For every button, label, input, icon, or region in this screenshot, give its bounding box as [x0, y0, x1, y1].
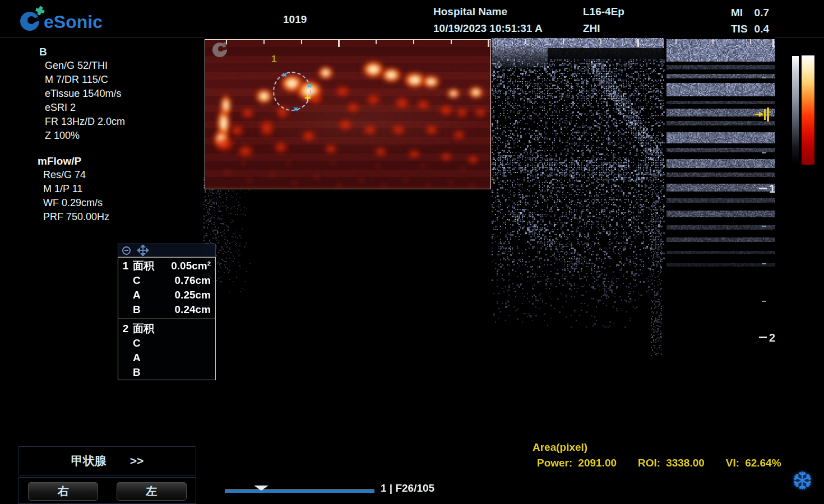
param-line: eSRI 2	[39, 101, 125, 115]
ruler-tick	[563, 39, 564, 44]
row-value: 0.24cm	[164, 302, 215, 317]
hospital-name: Hospital Name	[433, 3, 543, 20]
row-value	[164, 321, 215, 336]
image-id: 1019	[283, 13, 307, 26]
doppler-blob	[452, 129, 466, 141]
ruler-tick	[226, 39, 227, 44]
doppler-blob	[239, 160, 248, 166]
doppler-blob	[284, 160, 293, 166]
measure-cursor-icon[interactable]: ×	[283, 71, 287, 79]
param-line: eTissue 1540m/s	[39, 87, 125, 101]
preset-name: ZHI	[583, 20, 624, 37]
exam-more-chevrons: >>	[130, 454, 144, 468]
param-line: WF 0.29cm/s	[38, 196, 109, 210]
doppler-blob	[365, 93, 382, 106]
doppler-blob	[289, 180, 299, 186]
row-label: 面积	[133, 321, 164, 336]
exam-datetime: 10/19/2023 10:51:31 A	[433, 20, 543, 37]
doppler-blob	[334, 85, 351, 98]
ruler-tick	[338, 39, 340, 47]
doppler-blob	[328, 160, 337, 166]
ruler-tick	[488, 39, 489, 47]
doppler-blob	[438, 104, 455, 117]
doppler-blob	[362, 124, 378, 136]
depth-minor-tick	[762, 263, 766, 264]
doppler-blob	[258, 118, 275, 138]
doppler-blob	[439, 152, 453, 162]
doppler-blob	[418, 163, 427, 169]
param-line: Gen/G 52/THI	[39, 59, 125, 73]
param-line: Z 100%	[39, 129, 125, 143]
freeze-snowflake-icon: ❆	[792, 466, 813, 496]
grayscale-bar	[792, 56, 799, 164]
param-line: FR 13Hz/D 2.0cm	[39, 115, 125, 129]
row-value	[164, 336, 215, 351]
measure-row: 2 面积	[118, 321, 215, 336]
right-side-button[interactable]: 右	[28, 482, 98, 501]
doppler-colormap-bar	[802, 55, 814, 165]
doppler-blob	[421, 74, 441, 89]
row-label: B	[133, 365, 164, 380]
mflow-params: mFlow/P Res/G 74 M 1/P 11 WF 0.29cm/s PR…	[38, 154, 109, 224]
area-pixel-title: Area(pixel)	[533, 441, 587, 454]
roi-value: 3338.00	[666, 457, 705, 469]
ruler-tick	[301, 39, 302, 44]
frame-counter: 1 | F26/105	[381, 482, 434, 494]
svg-text:eSonic: eSonic	[44, 12, 103, 32]
row-label: C	[133, 273, 164, 288]
active-cursor-icon[interactable]: +	[304, 92, 311, 104]
doppler-blob	[407, 149, 422, 159]
doppler-blob	[272, 141, 289, 154]
depth-label-1: 1	[769, 183, 775, 195]
b-mode-params: B Gen/G 52/THI M 7/DR 115/C eTissue 1540…	[39, 45, 125, 143]
param-line: Res/G 74	[38, 168, 109, 182]
doppler-blob	[222, 169, 233, 176]
move-icon[interactable]	[137, 245, 149, 256]
area-pixel-values: Power: 2091.00 ROI: 3338.00 VI: 62.64%	[537, 457, 781, 469]
row-value	[164, 365, 215, 380]
cine-slider-track[interactable]	[225, 489, 374, 493]
doppler-blob	[446, 88, 461, 99]
ruler-tick	[600, 39, 601, 44]
cine-slider-thumb[interactable]	[254, 486, 269, 491]
depth-minor-tick	[762, 152, 766, 153]
depth-major-tick	[759, 188, 767, 189]
ruler-tick	[750, 39, 751, 44]
doppler-blob	[455, 107, 469, 118]
doppler-blob	[240, 107, 256, 119]
doppler-blob	[244, 177, 254, 184]
measure-ellipse[interactable]	[273, 72, 311, 111]
doppler-blob	[373, 163, 382, 169]
doppler-blob	[267, 171, 278, 178]
measure-number-label: 1	[271, 54, 276, 65]
row-label: B	[133, 302, 164, 317]
collapse-icon[interactable]	[122, 246, 131, 255]
measure-group-2: 2 面积 C A B	[118, 319, 215, 380]
power-value: 2091.00	[578, 457, 617, 469]
depth-minor-tick	[762, 226, 766, 227]
focus-marker-icon[interactable]	[754, 108, 770, 122]
left-side-button[interactable]: 左	[117, 482, 187, 501]
doppler-roi	[205, 39, 491, 189]
measure-cursor-icon[interactable]: ×	[307, 81, 312, 90]
power-label: Power:	[537, 457, 572, 469]
esonic-logo-icon: eSonic	[15, 4, 127, 35]
param-line: PRF 750.00Hz	[38, 210, 109, 224]
mi-readout: MI 0.7	[731, 4, 769, 21]
ruler-tick	[525, 39, 526, 44]
doppler-blob	[309, 93, 323, 105]
probe-model: L16-4Ep	[583, 3, 624, 20]
measure-cursor-icon[interactable]: ×	[294, 105, 298, 113]
row-label: A	[133, 351, 164, 365]
exam-type-button[interactable]: 甲状腺 >>	[18, 446, 196, 475]
group-index: 1	[118, 259, 133, 273]
ruler-tick	[413, 39, 414, 44]
esonic-logo: eSonic	[15, 4, 127, 35]
roi-label: ROI:	[638, 457, 660, 469]
measure-row: B 0.24cm	[118, 302, 215, 317]
doppler-blob	[380, 67, 402, 83]
doppler-blob	[393, 96, 411, 110]
mi-value: 0.7	[754, 4, 769, 21]
doppler-blob	[473, 107, 488, 118]
ruler-tick	[712, 39, 714, 44]
